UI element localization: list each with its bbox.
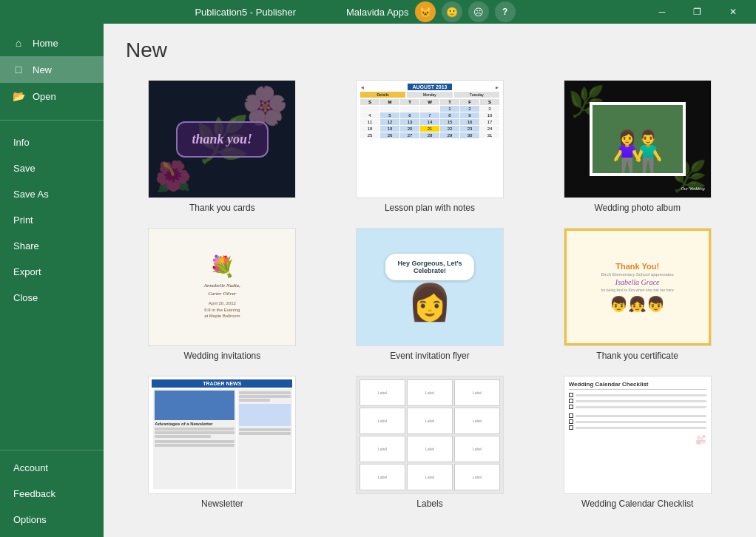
template-label-checklist: Wedding Calendar Checklist (581, 499, 693, 509)
sidebar-label-options: Options (13, 514, 47, 525)
sidebar-item-open[interactable]: 📂 Open (0, 83, 104, 109)
template-item-labels[interactable]: LabelLabelLabel LabelLabelLabel LabelLab… (334, 376, 527, 509)
kids-icon: 👦👧👦 (610, 295, 665, 313)
template-label-labels: Labels (416, 499, 442, 509)
template-thumb-labels[interactable]: LabelLabelLabel LabelLabelLabel LabelLab… (356, 376, 504, 494)
sidebar-label-save: Save (13, 163, 36, 174)
template-item-lesson-plan[interactable]: ◀ AUGUST 2013 ▶ Details Monday Tuesday S… (334, 80, 527, 213)
template-grid: 🌿 🌸 🌺 thank you! Thank you cards (126, 80, 734, 509)
titlebar-title: Publication5 - Publisher (195, 7, 296, 18)
checklist-title: Wedding Calendar Checklist (569, 381, 706, 390)
inv-name1: Annabelle Nadia, (204, 283, 240, 288)
sidebar-item-close[interactable]: Close (0, 285, 104, 311)
event-bubble-text: Hey Gorgeous, Let's Celebrate! (397, 260, 462, 274)
template-thumb-thank-you-cards[interactable]: 🌿 🌸 🌺 thank you! (148, 80, 296, 198)
newsletter-header: TRADER NEWS (152, 379, 292, 388)
template-label-newsletter: Newsletter (201, 499, 243, 509)
sidebar-item-export[interactable]: Export (0, 259, 104, 285)
template-label-event-flyer: Event invitation flyer (390, 351, 469, 361)
sad-icon[interactable]: ☹ (468, 1, 489, 22)
template-item-checklist[interactable]: Wedding Calendar Checklist 💒 Wedding Cal… (541, 376, 734, 509)
sidebar-label-print: Print (13, 215, 33, 226)
template-item-thank-you-cards[interactable]: 🌿 🌸 🌺 thank you! Thank you cards (126, 80, 319, 213)
page-title: New (126, 38, 734, 62)
sidebar-label-export: Export (13, 266, 41, 277)
new-icon: □ (12, 64, 25, 75)
sidebar-item-save[interactable]: Save (0, 155, 104, 181)
cert-name: Isabella Grace (615, 278, 660, 286)
help-icon[interactable]: ? (495, 1, 516, 22)
wedding-caption: Our Wedding (681, 186, 705, 191)
template-label-lesson-plan: Lesson plan with notes (385, 203, 475, 213)
titlebar-center: Publication5 - Publisher Malavida Apps 🐱… (195, 1, 515, 22)
flowers-icon: 💐 (209, 254, 235, 279)
main-content: New 🌿 🌸 🌺 thank you! (104, 24, 756, 537)
malavida-icon[interactable]: 🐱 (415, 1, 436, 22)
home-icon: ⌂ (12, 37, 25, 49)
template-thumb-thank-you-cert[interactable]: Thank You! Birch Elementary School appre… (564, 228, 712, 346)
sidebar-label-account: Account (13, 462, 48, 473)
sidebar-item-share[interactable]: Share (0, 233, 104, 259)
window-controls: ─ ❐ ✕ (645, 0, 750, 24)
close-button[interactable]: ✕ (716, 0, 750, 24)
sidebar-item-print[interactable]: Print (0, 207, 104, 233)
sidebar-item-options[interactable]: Options (0, 507, 104, 533)
minimize-button[interactable]: ─ (645, 0, 679, 24)
open-icon: 📂 (12, 90, 25, 102)
smiley-icon[interactable]: 🙂 (442, 1, 462, 22)
template-item-wedding-invitations[interactable]: 💐 Annabelle Nadia, Carter Oliver April 2… (126, 228, 319, 361)
template-label-wedding-album: Wedding photo album (594, 203, 681, 213)
template-label-thank-you-cert: Thank you certificate (596, 351, 678, 361)
template-thumb-lesson-plan[interactable]: ◀ AUGUST 2013 ▶ Details Monday Tuesday S… (356, 80, 504, 198)
cert-org: Birch Elementary School appreciates (601, 272, 673, 277)
sidebar-label-open: Open (33, 91, 56, 102)
template-item-thank-you-cert[interactable]: Thank You! Birch Elementary School appre… (541, 228, 734, 361)
sidebar-item-account[interactable]: Account (0, 455, 104, 481)
template-item-event-flyer[interactable]: Hey Gorgeous, Let's Celebrate! 👩 Event i… (334, 228, 527, 361)
person-icon: 👩 (408, 285, 452, 320)
template-thumb-wedding-invitations[interactable]: 💐 Annabelle Nadia, Carter Oliver April 2… (148, 228, 296, 346)
template-thumb-event-flyer[interactable]: Hey Gorgeous, Let's Celebrate! 👩 (356, 228, 504, 346)
cert-title: Thank You! (615, 262, 659, 271)
template-label-thank-you-cards: Thank you cards (189, 203, 255, 213)
sidebar: ⌂ Home □ New 📂 Open Info Save Save As (0, 24, 104, 537)
template-thumb-wedding-album[interactable]: 🌿 🌿 👫 Our Wedding (564, 80, 712, 198)
sidebar-item-info[interactable]: Info (0, 129, 104, 155)
malavida-apps-label: Malavida Apps (346, 7, 409, 18)
template-item-newsletter[interactable]: TRADER NEWS Advantages of a Newsletter (126, 376, 319, 509)
sidebar-label-home: Home (33, 38, 58, 49)
template-item-wedding-album[interactable]: 🌿 🌿 👫 Our Wedding Wedding photo album (541, 80, 734, 213)
sidebar-label-close: Close (13, 292, 38, 303)
sidebar-item-home[interactable]: ⌂ Home (0, 30, 104, 56)
sidebar-label-save-as: Save As (13, 189, 49, 200)
restore-button[interactable]: ❐ (681, 0, 715, 24)
sidebar-item-new[interactable]: □ New (0, 56, 104, 83)
sidebar-item-save-as[interactable]: Save As (0, 181, 104, 207)
cert-reason: for being kind to Kim when she met her h… (601, 288, 674, 292)
sidebar-label-feedback: Feedback (13, 488, 55, 499)
sidebar-label-info: Info (13, 137, 30, 148)
titlebar: Publication5 - Publisher Malavida Apps 🐱… (0, 0, 756, 24)
sidebar-label-new: New (33, 64, 52, 75)
newsletter-subhead: Advantages of a Newsletter (155, 422, 234, 426)
sidebar-label-share: Share (13, 240, 39, 251)
inv-name2: Carter Oliver (208, 291, 236, 297)
template-thumb-newsletter[interactable]: TRADER NEWS Advantages of a Newsletter (148, 376, 296, 494)
sidebar-item-feedback[interactable]: Feedback (0, 481, 104, 507)
template-thumb-checklist[interactable]: Wedding Calendar Checklist 💒 (564, 376, 712, 494)
template-label-wedding-invitations: Wedding invitations (183, 351, 260, 361)
